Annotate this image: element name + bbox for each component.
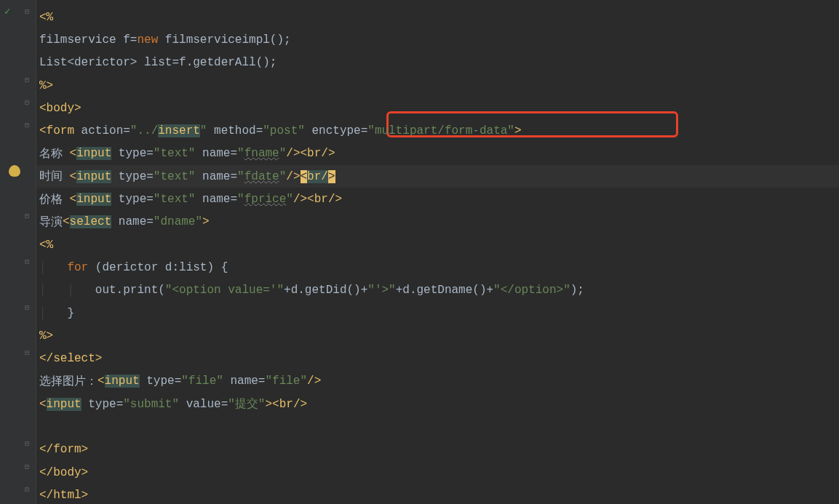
tag: form (53, 443, 81, 456)
tag: br (307, 147, 321, 160)
code-line[interactable]: %> (36, 74, 839, 97)
tag: body (53, 466, 81, 479)
string: "../ (130, 124, 158, 137)
tag: select (70, 215, 112, 228)
attr: type= (111, 193, 154, 206)
code-area[interactable]: <% filmservice f=new filmserviceimpl(); … (36, 0, 839, 504)
fold-minus-icon[interactable]: ⊟ (23, 98, 31, 107)
keyword: for (67, 261, 88, 274)
bulb-icon[interactable] (9, 165, 20, 177)
tag-bracket: /> (328, 193, 342, 206)
string: " (237, 193, 244, 206)
fold-minus-icon[interactable]: ⊟ (23, 257, 31, 266)
string-wavy: fprice (244, 193, 287, 206)
tag-bracket: < (39, 124, 47, 137)
attr: action= (74, 124, 130, 137)
gutter-line (0, 273, 36, 296)
tag-bracket: < (70, 170, 77, 183)
gutter-line: ⊟ (0, 205, 36, 228)
attr: name= (223, 375, 266, 388)
gutter-line: ⊟ (0, 455, 36, 478)
fold-minus-icon[interactable]: ⊟ (23, 121, 31, 129)
code-line[interactable]: <form action="../insert" method="post" e… (36, 119, 839, 142)
code-text: filmservice f= (39, 33, 137, 47)
code-line[interactable]: List<derictor> list=f.getderAll(); (36, 52, 839, 74)
attr: type= (81, 398, 124, 411)
code-text: List<derictor> list=f.getderAll(); (39, 56, 277, 69)
string: " (237, 147, 244, 160)
tag-bracket: > (265, 398, 272, 411)
code-line[interactable] (36, 415, 839, 438)
string: "text" (154, 193, 196, 206)
string: " (279, 170, 287, 183)
string: " (279, 147, 287, 160)
code-line-active[interactable]: 时间 <input type="text" name="fdate"/><br/… (36, 165, 839, 188)
string: "file" (181, 375, 223, 388)
tag: select (53, 352, 95, 365)
gutter-line: ⊟ (0, 68, 36, 91)
fold-minus-icon[interactable]: ⊟ (23, 348, 31, 357)
code-line[interactable]: <% (36, 233, 839, 256)
tag-bracket: < (70, 193, 77, 206)
tag: html (53, 489, 81, 502)
code-line[interactable]: │ } (36, 302, 839, 324)
tag: br (307, 170, 321, 183)
tag-bracket: /> (286, 147, 300, 160)
tag-bracket: < (272, 398, 279, 411)
code-line[interactable]: filmservice f=new filmserviceimpl(); (36, 28, 839, 51)
gutter-line (0, 46, 36, 68)
label-text: 导演 (39, 215, 63, 230)
fold-minus-icon[interactable]: ⊟ (23, 303, 31, 312)
string: "'>" (367, 284, 395, 297)
gutter-line: ⊟ (0, 433, 36, 455)
code-line[interactable]: </html> (36, 484, 839, 504)
tag: input (105, 375, 140, 388)
code-line[interactable]: </form> (36, 439, 839, 461)
code-line[interactable]: │ │ out.print("<option value='"+d.getDid… (36, 279, 839, 302)
code-line[interactable]: <body> (36, 97, 839, 119)
code-line[interactable]: 导演<select name="dname"> (36, 211, 839, 233)
tag-bracket: < (70, 147, 77, 160)
fold-minus-icon[interactable]: ⊟ (23, 463, 31, 471)
tag-bracket: > (81, 443, 89, 456)
code-line[interactable]: </select> (36, 347, 839, 369)
label-text: 价格 (39, 192, 70, 207)
code-line[interactable]: %> (36, 324, 839, 347)
tag-bracket: </ (39, 352, 53, 365)
jsp-close: %> (39, 79, 53, 92)
attr: name= (195, 170, 237, 183)
tag-bracket: < (307, 193, 314, 206)
gutter-line: ⊟ (0, 91, 36, 113)
fold-minus-icon[interactable]: ⊟ (23, 212, 31, 220)
gutter-line (0, 182, 36, 204)
code-line[interactable]: 选择图片：<input type="file" name="file"/> (36, 370, 839, 393)
code-line[interactable]: 价格 <input type="text" name="fprice"/><br… (36, 188, 839, 210)
tag-bracket: > (74, 102, 81, 115)
tag: input (76, 193, 111, 206)
code-line[interactable]: 名称 <input type="text" name="fname"/><br/… (36, 143, 839, 165)
attr: name= (195, 193, 237, 206)
fold-minus-icon[interactable]: ⊟ (23, 7, 31, 16)
attr: type= (111, 170, 154, 183)
string: " (286, 193, 293, 206)
tag: input (47, 398, 81, 411)
string: " (200, 124, 207, 137)
code-line[interactable]: <% (36, 6, 839, 28)
string: "dname" (154, 215, 202, 228)
gutter-line (0, 137, 36, 159)
gutter-line: ✓⊟ (0, 0, 36, 23)
code-text: } (67, 307, 74, 320)
fold-minus-icon[interactable]: ⊟ (23, 485, 31, 494)
code-line[interactable]: </body> (36, 461, 839, 484)
code-text: filmserviceimpl(); (158, 33, 290, 47)
tag-bracket: /> (293, 398, 307, 411)
attr: enctype= (305, 124, 367, 137)
code-line[interactable]: <input type="submit" value="提交"><br/> (36, 393, 839, 415)
code-line[interactable]: │ for (derictor d:list) { (36, 256, 839, 279)
label-text: 选择图片： (39, 374, 98, 389)
string: "text" (154, 147, 196, 160)
fold-minus-icon[interactable]: ⊟ (23, 76, 31, 84)
attr: type= (140, 375, 182, 388)
code-text: +d.getDname()+ (396, 284, 493, 297)
fold-minus-icon[interactable]: ⊟ (23, 439, 31, 448)
